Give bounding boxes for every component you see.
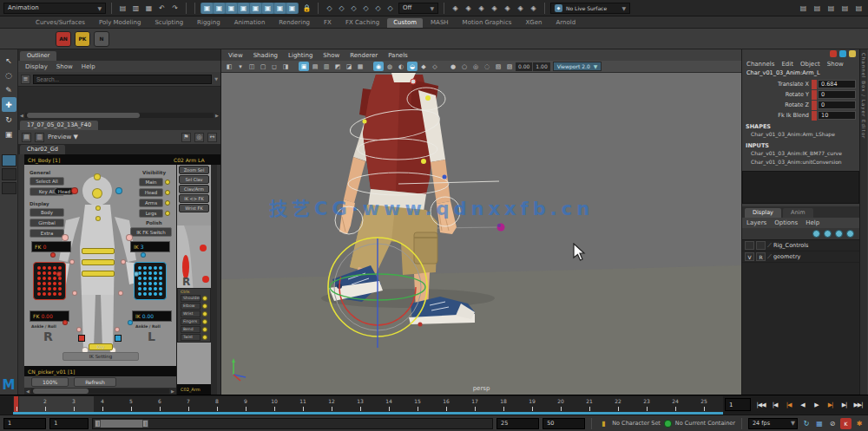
picker-finger-dot[interactable]: [143, 292, 147, 296]
tool-settings-icon[interactable]: ▤: [839, 3, 851, 14]
modeling-toolkit-icon[interactable]: ▤: [798, 3, 809, 14]
picker-finger-dot[interactable]: [48, 282, 51, 285]
shelf-tab-poly-modeling[interactable]: Poly Modeling: [93, 18, 147, 28]
shelf-tab-curves-surfaces[interactable]: Curves/Surfaces: [30, 18, 91, 28]
shelf-studio-library-button[interactable]: AN: [56, 31, 71, 47]
shelf-tab-fx[interactable]: FX: [318, 18, 338, 28]
layer-menu-layers[interactable]: Layers: [746, 219, 766, 226]
channel-name[interactable]: Rotate Y: [786, 91, 809, 98]
shelf-tab-fx-caching[interactable]: FX Caching: [339, 18, 385, 28]
viewport-canvas[interactable]: 技艺CG·www.qdnxxfb.cn persp: [221, 73, 741, 395]
attribute-editor-icon[interactable]: ▤: [825, 3, 837, 14]
picker-control-dot[interactable]: [128, 320, 133, 325]
picker-control-dot[interactable]: [126, 234, 133, 241]
viewport-menu-view[interactable]: View: [228, 52, 243, 59]
snap-point-icon[interactable]: ◇: [348, 3, 359, 14]
channel-value-field[interactable]: 0.684: [818, 80, 856, 88]
container-indicator-icon[interactable]: [664, 420, 672, 428]
snap-view-plane-icon[interactable]: ◇: [372, 3, 384, 14]
shelf-tab-rendering[interactable]: Rendering: [273, 18, 316, 28]
picker-side-row-button[interactable]: Elbow: [181, 303, 201, 310]
layer-row[interactable]: VR⟋geometry: [742, 251, 859, 263]
new-layer-icon[interactable]: [846, 230, 854, 238]
snap-curve-icon[interactable]: ◇: [336, 3, 347, 14]
menu-set-dropdown[interactable]: Animation▼: [3, 3, 106, 14]
picker-finger-dot[interactable]: [37, 271, 41, 275]
viewport-toolbar-icon-18[interactable]: ●: [448, 62, 458, 71]
picker-finger-dot[interactable]: [159, 271, 162, 275]
picker-finger-dot[interactable]: [154, 266, 157, 270]
render-icon[interactable]: ◈: [463, 3, 474, 14]
go-to-start-button[interactable]: |◀◀: [754, 398, 767, 412]
save-scene-icon[interactable]: ▦: [143, 3, 155, 14]
picker-side-bottom-tab[interactable]: C02_Arm: [177, 384, 211, 395]
shelf-tab-arnold[interactable]: Arnold: [549, 18, 582, 28]
mask-handles-icon[interactable]: ▣: [238, 3, 249, 14]
layer-tab-anim[interactable]: Anim: [783, 208, 813, 218]
picker-finger-dot[interactable]: [58, 282, 62, 285]
picker-finger-dot[interactable]: [138, 266, 141, 270]
picker-finger-dot[interactable]: [143, 282, 147, 285]
open-scene-icon[interactable]: ▥: [130, 3, 141, 14]
viewport-toolbar-icon-3[interactable]: ▢: [258, 62, 268, 71]
picker-finger-dot[interactable]: [159, 266, 162, 270]
picker-side-button-ik-fk[interactable]: IK <> FK: [179, 194, 209, 203]
viewport-toolbar-icon-12[interactable]: ◉: [373, 62, 384, 71]
viewport-toolbar-icon-22[interactable]: ▧: [493, 62, 503, 71]
layer-name[interactable]: geometry: [773, 253, 801, 260]
picker-finger-dot[interactable]: [53, 282, 56, 285]
picker-finger-dot[interactable]: [37, 292, 41, 296]
picker-finger-dot[interactable]: [138, 287, 141, 291]
picker-finger-dot[interactable]: [53, 277, 56, 280]
picker-finger-dot[interactable]: [48, 277, 51, 280]
shelf-tab-custom[interactable]: Custom: [387, 18, 423, 28]
picker-control-dot[interactable]: [71, 187, 78, 194]
picker-side-row-button[interactable]: Wrist: [181, 310, 201, 317]
picker-right-finger-grid[interactable]: [134, 262, 167, 300]
channel-box-menu-object[interactable]: Object: [800, 61, 820, 68]
viewport-toolbar-icon-14[interactable]: ◐: [396, 62, 406, 71]
shelf-tab-animation[interactable]: Animation: [228, 18, 272, 28]
viewport-menu-lighting[interactable]: Lighting: [288, 52, 312, 59]
picker-control-dot[interactable]: [95, 216, 101, 221]
picker-spine-button[interactable]: [82, 248, 115, 254]
channel-box-menu-channels[interactable]: Channels: [746, 61, 774, 68]
chevron-down-icon[interactable]: ▼: [214, 76, 218, 82]
picker-finger-dot[interactable]: [148, 292, 152, 296]
picker-side-button-zoom-sel[interactable]: Zoom Sel: [179, 166, 209, 174]
character-set-icon[interactable]: ▮: [598, 418, 608, 428]
picker-vis-legs[interactable]: Legs: [139, 209, 163, 218]
picker-finger-dot[interactable]: [143, 266, 147, 270]
select-hierarchy-icon[interactable]: ▣: [201, 3, 213, 14]
channel-box-menu-show[interactable]: Show: [827, 61, 844, 68]
manipulator-red-icon[interactable]: [830, 50, 837, 57]
shelf-tab-mash[interactable]: MASH: [424, 18, 455, 28]
loop-playback-icon[interactable]: ↻: [801, 418, 812, 428]
picker-button-extra[interactable]: Extra: [30, 229, 64, 238]
playback-start-field[interactable]: 1: [49, 418, 89, 429]
select-object-icon[interactable]: ▣: [214, 3, 225, 14]
open-picker-icon[interactable]: ▥: [35, 133, 44, 142]
picker-control-dot[interactable]: [134, 271, 139, 277]
layer-visibility-toggle[interactable]: V: [745, 252, 754, 261]
channel-value-field[interactable]: 10: [818, 111, 856, 120]
picker-finger-dot[interactable]: [48, 266, 51, 270]
mask-surfaces-icon[interactable]: ▣: [274, 3, 286, 14]
picker-finger-dot[interactable]: [148, 282, 152, 285]
toggle-icon[interactable]: [202, 335, 207, 340]
channel-value-field[interactable]: 0: [818, 90, 856, 99]
renderer-dropdown[interactable]: Viewport 2.0▼: [553, 62, 602, 71]
outliner-search-input[interactable]: [33, 75, 212, 84]
step-forward-key-button[interactable]: ▶|: [824, 398, 837, 412]
picker-vscrollbar[interactable]: [211, 165, 217, 395]
picker-finger-dot[interactable]: [43, 287, 46, 291]
lasso-tool[interactable]: ◌: [2, 68, 16, 82]
picker-finger-dot[interactable]: [53, 287, 56, 291]
outliner-menu-display[interactable]: Display: [25, 63, 48, 70]
picker-hscrollbar[interactable]: ◀▶: [24, 388, 176, 395]
picker-finger-dot[interactable]: [148, 271, 152, 275]
picker-spine-button[interactable]: [82, 259, 115, 265]
toggle-icon[interactable]: [165, 211, 170, 216]
outliner-menu-help[interactable]: Help: [82, 63, 95, 70]
layer-tab-display[interactable]: Display: [745, 208, 781, 218]
